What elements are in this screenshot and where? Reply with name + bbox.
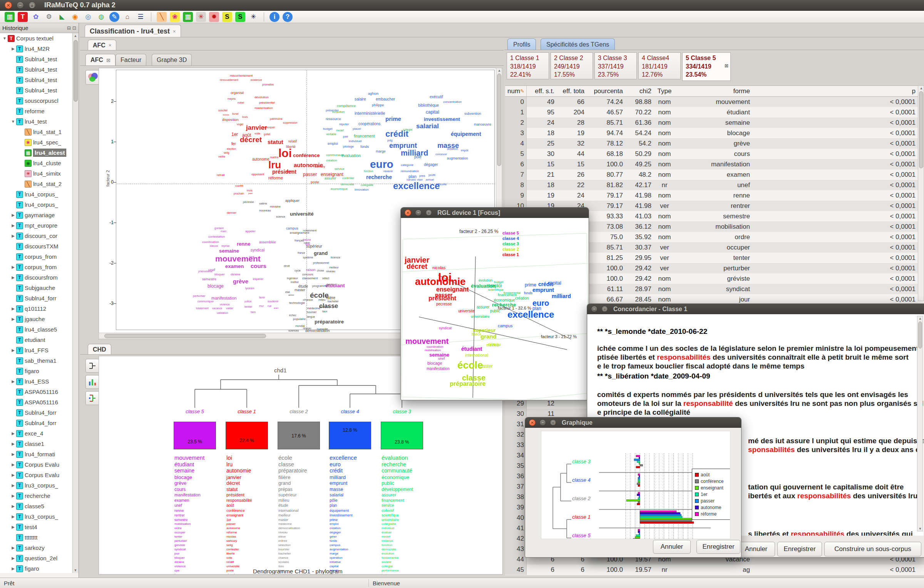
expander-closed-icon[interactable]: ▶ [11, 265, 15, 269]
graphique-close-icon[interactable]: ✕ [529, 419, 536, 426]
expander-closed-icon[interactable]: ▶ [11, 47, 15, 51]
class-tab-3[interactable]: 3 Classe 3337/141923.75% [594, 52, 637, 79]
blue-circle-icon[interactable]: ◎ [83, 12, 93, 22]
sidebar-item-lru4-test[interactable]: ▼Tlru4_test [0, 116, 72, 127]
expander-closed-icon[interactable]: ▶ [11, 566, 15, 571]
graphique-maximize-icon[interactable]: ▢ [550, 419, 556, 426]
sidebar-item-reforme[interactable]: Treforme [0, 106, 72, 116]
column-header-eff-s-t-[interactable]: eff. s.t. [527, 87, 557, 95]
sidebar-item-lru4-spec-[interactable]: ❀lru4_spec_ [0, 137, 72, 147]
text-corpus-icon[interactable]: T [18, 12, 28, 22]
sidebar-item-aspa051116[interactable]: TASPA051116 [0, 387, 72, 397]
sidebar-item-figaro[interactable]: Tfigaro [0, 366, 72, 376]
sidebar-item-classe5[interactable]: ▶Tclasse5 [0, 501, 72, 511]
sidebar-item-lru4-corpus-[interactable]: Tlru4_corpus_ [0, 199, 72, 210]
tab-profils[interactable]: Profils [507, 39, 536, 50]
wordcloud-icon[interactable]: ✹ [209, 12, 219, 22]
build-subcorpus-button[interactable]: Construire un sous-corpus [824, 542, 921, 556]
afc-subtab-close-icon[interactable]: ⊠ [106, 57, 110, 63]
expander-open-icon[interactable]: ▼ [11, 119, 15, 124]
table-row[interactable]: 4253278.1254.2nomgrève< 0,0001 [505, 138, 924, 149]
spec-s-green-icon[interactable]: S [235, 12, 245, 22]
sidebar-item-discoursfrom[interactable]: ▶Tdiscoursfrom [0, 272, 72, 283]
expander-closed-icon[interactable]: ▶ [11, 317, 15, 321]
concordancier-maximize-icon[interactable]: ▢ [601, 306, 608, 312]
expander-closed-icon[interactable]: ▶ [11, 234, 15, 238]
rgl-title-bar[interactable]: ✕ – ▢ RGL device 1 [Focus] [401, 208, 589, 218]
graphique-window[interactable]: ✕ – ▢ Graphique classe 3classe 4classe 2… [525, 417, 742, 558]
sidebar-item-aspa051116[interactable]: TASPA051116 [0, 397, 72, 407]
paste-circle-icon[interactable]: ◍ [96, 12, 106, 22]
corpus-table-icon[interactable]: ▦ [5, 12, 15, 22]
column-header-p[interactable]: p [752, 87, 924, 95]
tab-chd[interactable]: CHD [88, 344, 111, 355]
import-flower-icon[interactable]: ✿ [31, 12, 41, 22]
rgl-close-icon[interactable]: ✕ [405, 209, 411, 216]
class-tab-4[interactable]: 4 Classe4181/141912.76% [638, 52, 681, 79]
table-row[interactable]: 2242885.7161.36nomsemaine< 0,0001 [505, 117, 924, 128]
class-tab-close-icon[interactable]: ⊠ [725, 63, 728, 69]
sidebar-item-jgauche[interactable]: ▶Tjgauche [0, 314, 72, 324]
table-row[interactable]: 8182281.8242.17nrunef< 0,0001 [505, 180, 924, 190]
table-row[interactable]: 5304468.1850.29nomcours< 0,0001 [505, 149, 924, 159]
tab-classification[interactable]: Classification - lru4_test × [85, 25, 181, 37]
sidebar-item-recherche[interactable]: ▶Trecherche [0, 491, 72, 501]
expander-closed-icon[interactable]: ▶ [11, 452, 15, 456]
history-scrollbar[interactable]: ▲ ▼ [72, 33, 79, 573]
afc-subtab-facteur[interactable]: Facteur [116, 54, 146, 66]
sidebar-item-q101112[interactable]: ▶Tq101112 [0, 303, 72, 314]
expander-closed-icon[interactable]: ▶ [11, 275, 15, 280]
expander-closed-icon[interactable]: ▶ [11, 442, 15, 446]
sidebar-item-mpt-europre[interactable]: ▶Tmpt_europre [0, 220, 72, 231]
column-header-eff-tota[interactable]: eff. tota [557, 87, 587, 95]
sidebar-item-lru4-formati[interactable]: ▶Tlru4_formati [0, 449, 72, 459]
tab-specificites[interactable]: Spécificités des TGens [541, 39, 615, 50]
expander-closed-icon[interactable]: ▶ [11, 504, 15, 508]
table-header-row[interactable]: num ✎eff. s.t.eff. totapourcentachi2Type… [505, 86, 924, 97]
list-icon[interactable]: ☰ [136, 12, 146, 22]
sidebar-item-lru4-alcest[interactable]: ▦lru4_alcest [0, 147, 72, 158]
sidebar-item-etudiant[interactable]: Tetudiant [0, 335, 72, 345]
sidebar-item-lru4-corpus-[interactable]: Tlru4_corpus_ [0, 189, 72, 199]
preferences-icon[interactable]: ✎ [109, 12, 119, 22]
table-row[interactable]: 61515100.049.25nommanifestation< 0,0001 [505, 159, 924, 169]
graphique-cancel-button[interactable]: Annuler [653, 540, 691, 554]
tab-close-icon[interactable]: × [173, 28, 176, 34]
expander-closed-icon[interactable]: ▶ [11, 483, 15, 487]
sidebar-item-lru4-stat-2[interactable]: ╲lru4_stat_2 [0, 179, 72, 189]
sidebar-item-corpus-textuel[interactable]: ▼TCorpus textuel [0, 33, 72, 44]
rgl-canvas[interactable]: facteur 2 - 26.25 % facteur 1 - 32.6 % f… [402, 218, 588, 399]
keys-icon[interactable]: ⚙ [44, 12, 54, 22]
sidebar-item-gaymariage[interactable]: ▶Tgaymariage [0, 210, 72, 220]
info-icon[interactable]: i [270, 12, 280, 22]
sidebar-item-discours-cor[interactable]: ▶Tdiscours_cor [0, 231, 72, 241]
table-row[interactable]: 4566100.019.57nrag< 0,0001 [505, 565, 924, 575]
chd-tree-button[interactable] [85, 359, 99, 373]
sidebar-item-sublru4-test[interactable]: TSublru4_test [0, 64, 72, 75]
expander-closed-icon[interactable]: ▶ [11, 307, 15, 311]
window-close-icon[interactable]: ✕ [5, 2, 12, 9]
sidebar-item-exce-4[interactable]: ▶Texce_4 [0, 428, 72, 439]
sidebar-item-corpus-evalu[interactable]: ▶TCorpus Evalu [0, 470, 72, 480]
rgl-window[interactable]: ✕ – ▢ RGL device 1 [Focus] facteur 2 - 2… [400, 207, 589, 400]
column-header-chi2[interactable]: chi2 [625, 87, 654, 95]
expander-closed-icon[interactable]: ▶ [11, 556, 15, 560]
help-icon[interactable]: ? [283, 12, 293, 22]
sidebar-item-lru4-m2r[interactable]: ▶Tlru4_M2R [0, 44, 72, 54]
sidebar-item-test4[interactable]: ▶Ttest4 [0, 522, 72, 532]
column-header-pourcenta[interactable]: pourcenta [587, 87, 625, 95]
sidebar-item-sublru4-test[interactable]: TSublru4_test [0, 85, 72, 95]
rgl-maximize-icon[interactable]: ▢ [425, 209, 432, 216]
chd-class-rect[interactable]: 23.5 % [174, 422, 216, 449]
chd-colored-tree-button[interactable] [85, 391, 99, 405]
sidebar-item-lru3-corpus-[interactable]: ▶Tlru3_corpus_ [0, 511, 72, 522]
concordancier-scrollbar[interactable]: ▲ ▼ [917, 316, 923, 531]
graphique-save-button[interactable]: Enregistrer [696, 540, 740, 554]
column-header-type[interactable]: Type [654, 87, 675, 95]
sidebar-item-corpus-from[interactable]: Tcorpus_from [0, 251, 72, 262]
asterisk-icon[interactable]: ✳ [248, 12, 258, 22]
graphique-minimize-icon[interactable]: – [539, 419, 546, 426]
table-row[interactable]: 3181994.7454.24nomblocage< 0,0001 [505, 128, 924, 138]
expander-closed-icon[interactable]: ▶ [11, 223, 15, 228]
window-maximize-icon[interactable]: ▢ [28, 2, 36, 9]
